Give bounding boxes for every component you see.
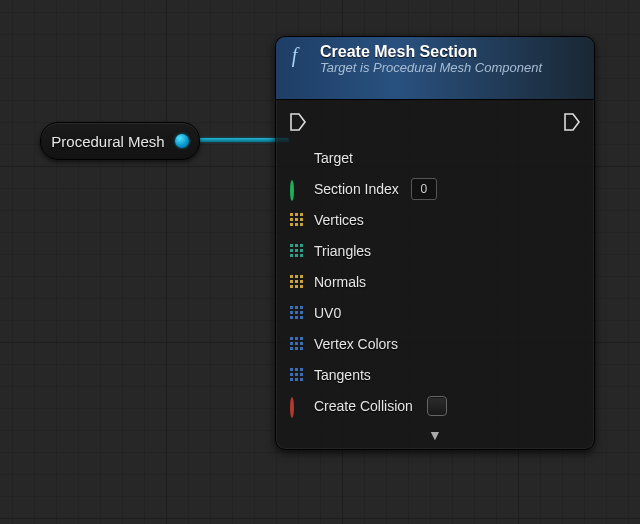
input-row-create-collision: Create Collision	[290, 390, 580, 421]
input-row-triangles: Triangles	[290, 235, 580, 266]
input-row-normals: Normals	[290, 266, 580, 297]
input-section-index-value[interactable]: 0	[411, 178, 437, 200]
label-triangles: Triangles	[314, 243, 371, 259]
exec-out-pin[interactable]	[564, 113, 580, 131]
checkbox-create-collision[interactable]	[427, 396, 447, 416]
var-node-label: Procedural Mesh	[41, 133, 175, 150]
label-target: Target	[314, 150, 353, 166]
output-pin-procedural-mesh[interactable]	[175, 134, 189, 148]
input-row-section-index: Section Index 0	[290, 173, 580, 204]
label-tangents: Tangents	[314, 367, 371, 383]
exec-in-pin[interactable]	[290, 113, 306, 131]
input-row-target: Target	[290, 142, 580, 173]
node-create-mesh-section[interactable]: f Create Mesh Section Target is Procedur…	[275, 36, 595, 450]
input-pin-section-index[interactable]	[290, 182, 304, 196]
svg-text:f: f	[292, 45, 300, 67]
expand-node-icon[interactable]: ▼	[290, 427, 580, 443]
input-pin-create-collision[interactable]	[290, 399, 304, 413]
blueprint-graph[interactable]: Procedural Mesh f Create Mesh Section Ta…	[0, 0, 640, 524]
input-row-vertices: Vertices	[290, 204, 580, 235]
input-pin-vertices[interactable]	[290, 213, 304, 227]
input-row-vertex-colors: Vertex Colors	[290, 328, 580, 359]
input-pin-uv0[interactable]	[290, 306, 304, 320]
input-pin-vertex-colors[interactable]	[290, 337, 304, 351]
label-vertex-colors: Vertex Colors	[314, 336, 398, 352]
label-normals: Normals	[314, 274, 366, 290]
input-pin-triangles[interactable]	[290, 244, 304, 258]
label-create-collision: Create Collision	[314, 398, 413, 414]
input-pin-normals[interactable]	[290, 275, 304, 289]
input-row-tangents: Tangents	[290, 359, 580, 390]
node-procedural-mesh-getter[interactable]: Procedural Mesh	[40, 122, 200, 160]
node-header[interactable]: f Create Mesh Section Target is Procedur…	[276, 37, 594, 100]
node-title: Create Mesh Section	[320, 43, 542, 61]
node-subtitle: Target is Procedural Mesh Component	[320, 61, 542, 76]
input-pin-tangents[interactable]	[290, 368, 304, 382]
label-vertices: Vertices	[314, 212, 364, 228]
label-uv0: UV0	[314, 305, 341, 321]
input-row-uv0: UV0	[290, 297, 580, 328]
node-body: Target Section Index 0 Vertices Triangle…	[276, 100, 594, 447]
wire-target	[189, 138, 289, 142]
input-pin-target[interactable]	[290, 151, 304, 165]
function-icon: f	[288, 45, 310, 67]
label-section-index: Section Index	[314, 181, 399, 197]
